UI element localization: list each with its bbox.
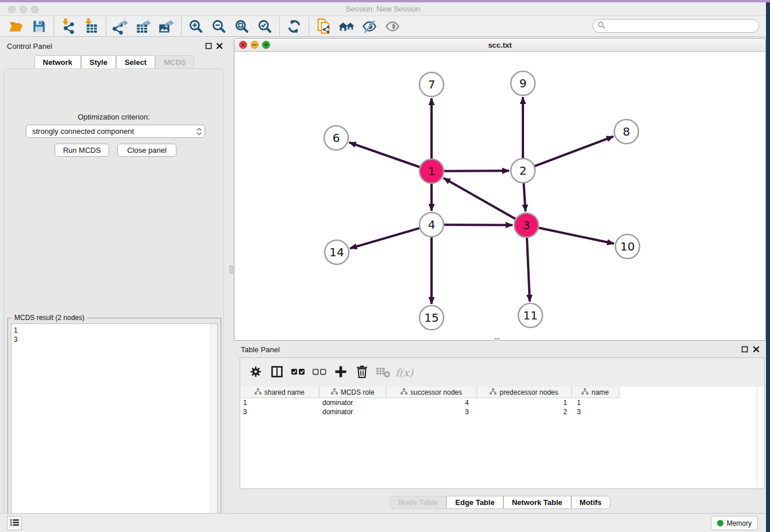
close-icon[interactable] xyxy=(215,41,224,50)
node-label: 3 xyxy=(523,218,530,232)
tab-network[interactable]: Network xyxy=(34,55,81,68)
copy-network-button[interactable] xyxy=(312,17,335,36)
mcds-result-textarea[interactable]: 1 3 xyxy=(11,323,218,531)
column-header-predecessor-nodes[interactable]: predecessor nodes xyxy=(477,387,572,398)
trash-button[interactable] xyxy=(351,362,372,383)
result-scrollbar[interactable] xyxy=(210,324,217,531)
column-header-MCDS-role[interactable]: MCDS role xyxy=(319,387,386,398)
node-table: f(x) shared nameMCDS rolesuccessor nodes… xyxy=(240,357,765,489)
table-panel: Table Panel f(x) shared nameMCDS rolesuc… xyxy=(234,341,766,513)
node-8[interactable]: 8 xyxy=(614,119,638,144)
tab-node-table[interactable]: Node Table xyxy=(390,496,446,509)
optimization-criterion-select[interactable]: strongly connected component xyxy=(26,125,205,138)
run-mcds-button[interactable]: Run MCDS xyxy=(55,144,109,157)
tab-mcds[interactable]: MCDS xyxy=(155,55,194,68)
cell[interactable]: 1 xyxy=(240,398,319,407)
mcds-result-group: MCDS result (2 nodes) 1 3 xyxy=(7,318,221,532)
eye-icon xyxy=(384,19,401,34)
tab-style[interactable]: Style xyxy=(81,55,116,68)
cell[interactable]: 4 xyxy=(386,398,477,407)
houses-button[interactable] xyxy=(335,17,358,36)
tab-edge-table[interactable]: Edge Table xyxy=(446,496,503,509)
edge-1-2[interactable] xyxy=(444,171,509,171)
table-row[interactable]: 1dominator411 xyxy=(240,398,619,407)
edge-4-14[interactable] xyxy=(350,228,419,248)
zoom-out-button[interactable] xyxy=(207,17,230,36)
edge-3-10[interactable] xyxy=(539,228,614,244)
node-9[interactable]: 9 xyxy=(511,71,535,95)
eye-button[interactable] xyxy=(381,17,404,36)
cell[interactable]: 1 xyxy=(477,398,572,407)
tab-select[interactable]: Select xyxy=(116,55,155,68)
table-row[interactable]: 3dominator323 xyxy=(240,407,619,417)
column-header-name[interactable]: name xyxy=(572,387,619,398)
zoom-selected-button[interactable] xyxy=(253,17,276,36)
node-15[interactable]: 15 xyxy=(419,306,444,330)
table-scrollbar[interactable] xyxy=(757,387,764,488)
cell[interactable]: 1 xyxy=(572,398,619,407)
table-close-icon[interactable] xyxy=(752,345,760,353)
edge-2-8[interactable] xyxy=(535,136,614,166)
list-icon xyxy=(10,518,19,529)
import-table-button[interactable] xyxy=(80,17,103,36)
node-3[interactable]: 3 xyxy=(514,213,538,237)
search-box[interactable] xyxy=(592,19,759,33)
uncheck-pair-button[interactable] xyxy=(309,362,330,383)
split-pane-button[interactable] xyxy=(266,362,287,383)
node-4[interactable]: 4 xyxy=(419,213,444,237)
cell[interactable]: 3 xyxy=(572,407,619,417)
export-network-button[interactable] xyxy=(109,17,132,36)
folder-open-button[interactable] xyxy=(5,17,28,36)
refresh-button[interactable] xyxy=(283,17,306,36)
column-header-shared-name[interactable]: shared name xyxy=(240,387,319,398)
export-network-icon xyxy=(113,18,129,34)
zoom-fit-button[interactable] xyxy=(230,17,253,36)
control-panel-title: Control Panel xyxy=(7,42,52,51)
close-panel-button[interactable]: Close panel xyxy=(117,144,176,157)
zoom-in-button[interactable] xyxy=(184,17,207,36)
export-table-button[interactable] xyxy=(132,17,155,36)
edge-3-11[interactable] xyxy=(527,238,530,302)
cell[interactable]: 3 xyxy=(386,407,477,417)
cell[interactable]: 3 xyxy=(240,407,319,417)
gear-button[interactable] xyxy=(245,362,266,383)
export-image-button[interactable] xyxy=(155,17,178,36)
check-pair-button[interactable] xyxy=(287,362,309,383)
node-6[interactable]: 6 xyxy=(324,126,348,150)
node-label: 6 xyxy=(333,131,340,145)
column-label: shared name xyxy=(264,388,305,396)
node-14[interactable]: 14 xyxy=(325,240,349,264)
node-1[interactable]: 1 xyxy=(419,159,444,183)
cell[interactable]: 2 xyxy=(477,407,572,417)
node-7[interactable]: 7 xyxy=(419,72,444,97)
cell[interactable]: dominator xyxy=(319,398,386,407)
tab-network-table[interactable]: Network Table xyxy=(503,496,571,509)
edge-2-3[interactable] xyxy=(523,183,525,211)
import-network-button[interactable] xyxy=(57,17,80,36)
table-float-icon[interactable] xyxy=(740,345,749,353)
node-2[interactable]: 2 xyxy=(511,159,535,183)
task-history-button[interactable] xyxy=(7,516,22,530)
edge-3-1[interactable] xyxy=(444,178,515,219)
cell[interactable]: dominator xyxy=(319,407,386,417)
trash-icon xyxy=(356,365,368,380)
column-header-successor-nodes[interactable]: successor nodes xyxy=(386,387,477,398)
float-icon[interactable] xyxy=(204,41,213,50)
vertical-split-handle[interactable] xyxy=(229,265,233,273)
column-label: predecessor nodes xyxy=(499,388,558,396)
memory-status-icon xyxy=(717,520,723,526)
node-10[interactable]: 10 xyxy=(615,234,640,259)
toolbar-separator xyxy=(181,17,182,36)
edge-1-6[interactable] xyxy=(349,142,420,167)
search-input[interactable] xyxy=(605,20,759,32)
plus-button[interactable] xyxy=(330,362,351,383)
tab-motifs[interactable]: Motifs xyxy=(571,496,610,509)
edge-4-3[interactable] xyxy=(444,225,513,225)
node-11[interactable]: 11 xyxy=(518,303,542,327)
network-graph[interactable]: 7968124314101511 xyxy=(234,52,765,340)
eye-slash-button[interactable] xyxy=(358,17,381,36)
save-button[interactable] xyxy=(28,17,51,36)
memory-label: Memory xyxy=(727,519,752,527)
network-title: scc.txt xyxy=(234,41,765,49)
memory-button[interactable]: Memory xyxy=(711,516,758,530)
